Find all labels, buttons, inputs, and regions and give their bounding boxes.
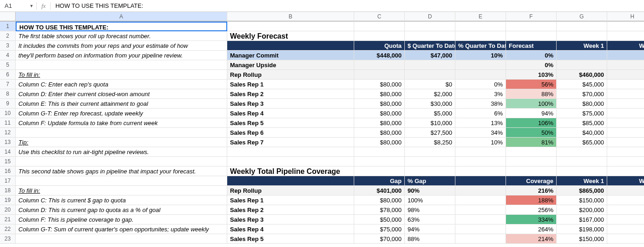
cell[interactable] — [557, 31, 607, 41]
cell[interactable]: $ — [607, 70, 644, 80]
row-header[interactable]: 20 — [0, 205, 16, 215]
col-header-e[interactable]: E — [455, 12, 506, 22]
cell[interactable]: $167,000 — [557, 215, 607, 224]
table-row-label[interactable]: Sales Rep 6 — [227, 128, 354, 138]
cell[interactable]: 90% — [405, 186, 455, 195]
cell[interactable] — [405, 22, 455, 31]
cell[interactable]: Column G-T: Enter rep forecast, update w… — [16, 109, 227, 118]
cell[interactable]: $5,000 — [405, 109, 455, 118]
cell[interactable] — [607, 99, 644, 109]
row-header[interactable]: 21 — [0, 215, 16, 224]
cell[interactable]: Column G-T: Sum of current quarter's ope… — [16, 224, 227, 234]
cell[interactable]: $75,000 — [557, 109, 607, 118]
cell[interactable]: 50% — [506, 128, 557, 138]
table-row-label[interactable]: Sales Rep 4 — [227, 109, 354, 118]
table-row-label[interactable]: Sales Rep 5 — [227, 234, 354, 244]
cell[interactable] — [506, 167, 557, 176]
row-header[interactable]: 11 — [0, 118, 16, 128]
cell[interactable]: Column F: This is pipeline coverage to g… — [16, 215, 227, 224]
row-header[interactable]: 17 — [0, 176, 16, 186]
row-header[interactable]: 1 — [0, 22, 16, 31]
cell[interactable] — [607, 224, 644, 234]
cell[interactable] — [607, 31, 644, 41]
cell[interactable]: This second table shows gaps in pipeline… — [16, 167, 227, 176]
table-header[interactable]: Week 1 — [557, 41, 607, 51]
cell[interactable] — [16, 157, 227, 167]
cell[interactable] — [354, 167, 405, 176]
cell[interactable]: Column F: Update formula to take from cu… — [16, 118, 227, 128]
row-header[interactable]: 8 — [0, 89, 16, 99]
cell[interactable]: $70,000 — [354, 234, 405, 244]
table-header[interactable]: % Gap — [405, 176, 455, 186]
cell[interactable]: 214% — [506, 234, 557, 244]
cell[interactable]: $80,000 — [354, 89, 405, 99]
cell[interactable] — [607, 215, 644, 224]
cell[interactable]: $0 — [405, 80, 455, 89]
cell[interactable]: Column D: Enter their current closed-won… — [16, 89, 227, 99]
cell[interactable] — [405, 167, 455, 176]
cell[interactable]: Column D: This is current gap to quota a… — [16, 205, 227, 215]
cell[interactable]: 88% — [405, 234, 455, 244]
cell[interactable] — [455, 186, 506, 195]
cell[interactable]: $150,000 — [557, 234, 607, 244]
row-header[interactable]: 13 — [0, 138, 16, 147]
table-header[interactable] — [455, 176, 506, 186]
cell[interactable] — [557, 22, 607, 31]
row-header[interactable]: 6 — [0, 70, 16, 80]
cell[interactable] — [455, 157, 506, 167]
row-header[interactable]: 7 — [0, 80, 16, 89]
cell[interactable]: $460,000 — [557, 70, 607, 80]
cell[interactable] — [455, 31, 506, 41]
cell[interactable]: $200,000 — [557, 205, 607, 215]
cell[interactable] — [354, 60, 405, 70]
row-header[interactable]: 2 — [0, 31, 16, 41]
cell[interactable]: $27,500 — [405, 128, 455, 138]
cell[interactable]: $2,000 — [405, 89, 455, 99]
cell[interactable] — [354, 70, 405, 80]
cell[interactable] — [455, 147, 506, 157]
cell[interactable] — [607, 195, 644, 205]
cell[interactable] — [455, 205, 506, 215]
cell[interactable] — [455, 224, 506, 234]
cell[interactable]: $448,000 — [354, 51, 405, 60]
row-header[interactable]: 4 — [0, 51, 16, 60]
cell[interactable]: $865,000 — [557, 186, 607, 195]
col-header-g[interactable]: G — [557, 12, 607, 22]
cell[interactable]: 0% — [455, 80, 506, 89]
pipeline-title[interactable]: Weekly Total Pipeline Coverage — [227, 167, 354, 176]
col-header-c[interactable]: C — [354, 12, 405, 22]
row-header[interactable]: 12 — [0, 128, 16, 138]
cell[interactable] — [227, 157, 354, 167]
cell[interactable] — [16, 60, 227, 70]
cell[interactable]: $78,000 — [354, 205, 405, 215]
row-header[interactable]: 9 — [0, 99, 16, 109]
row-header[interactable]: 18 — [0, 186, 16, 195]
cell[interactable]: Tip: — [16, 138, 227, 147]
table-header[interactable]: Week — [607, 41, 644, 51]
cell[interactable]: Column C: Enter each rep's quota — [16, 80, 227, 89]
cell[interactable]: $70,000 — [557, 89, 607, 99]
cell[interactable]: $80,000 — [354, 118, 405, 128]
cell[interactable]: 3% — [455, 89, 506, 99]
cell[interactable]: 94% — [405, 224, 455, 234]
cell[interactable] — [506, 31, 557, 41]
cell[interactable]: $80,000 — [354, 195, 405, 205]
row-header[interactable]: 16 — [0, 167, 16, 176]
cell[interactable]: $150,000 — [557, 195, 607, 205]
cell[interactable] — [354, 147, 405, 157]
cell[interactable]: $40,000 — [557, 128, 607, 138]
cell[interactable] — [455, 215, 506, 224]
cell[interactable] — [405, 31, 455, 41]
table-header[interactable]: Forecast — [506, 41, 557, 51]
row-header[interactable]: 22 — [0, 224, 16, 234]
table-row-label[interactable]: Sales Rep 1 — [227, 195, 354, 205]
cell[interactable]: Column E: This is their current attainme… — [16, 99, 227, 109]
col-header-f[interactable]: F — [506, 12, 557, 22]
cell[interactable] — [607, 234, 644, 244]
cell[interactable] — [227, 147, 354, 157]
cell[interactable] — [607, 205, 644, 215]
cell[interactable]: 10% — [455, 138, 506, 147]
cell[interactable]: $80,000 — [557, 99, 607, 109]
name-box[interactable]: A1 ▼ — [2, 2, 36, 9]
cell[interactable]: they'll perform based on information fro… — [16, 51, 227, 60]
